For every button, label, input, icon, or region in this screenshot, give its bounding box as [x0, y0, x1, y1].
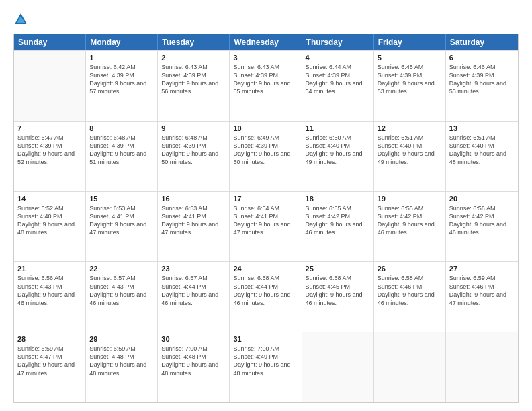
calendar-header-cell: Wednesday — [230, 34, 302, 50]
calendar-cell: 5Sunrise: 6:45 AMSunset: 4:39 PMDaylight… — [374, 51, 446, 121]
day-number: 24 — [233, 265, 298, 273]
day-number: 29 — [89, 335, 154, 343]
calendar-cell: 15Sunrise: 6:53 AMSunset: 4:41 PMDayligh… — [86, 192, 158, 262]
day-number: 27 — [449, 265, 515, 273]
day-number: 26 — [378, 265, 442, 273]
cell-info: Sunrise: 6:55 AMSunset: 4:42 PMDaylight:… — [306, 204, 370, 237]
calendar-cell: 25Sunrise: 6:58 AMSunset: 4:45 PMDayligh… — [302, 262, 374, 332]
calendar-header-row: SundayMondayTuesdayWednesdayThursdayFrid… — [14, 34, 518, 50]
day-number: 4 — [306, 54, 370, 62]
cell-info: Sunrise: 6:57 AMSunset: 4:43 PMDaylight:… — [89, 274, 154, 307]
calendar-cell: 26Sunrise: 6:58 AMSunset: 4:46 PMDayligh… — [374, 262, 446, 332]
cell-info: Sunrise: 6:55 AMSunset: 4:42 PMDaylight:… — [378, 204, 442, 237]
calendar-header-cell: Friday — [374, 34, 446, 50]
day-number: 21 — [17, 265, 82, 273]
calendar-cell — [14, 51, 86, 121]
day-number: 8 — [89, 124, 154, 132]
cell-info: Sunrise: 6:54 AMSunset: 4:41 PMDaylight:… — [233, 204, 298, 237]
cell-info: Sunrise: 6:58 AMSunset: 4:46 PMDaylight:… — [378, 274, 442, 307]
calendar-cell: 31Sunrise: 7:00 AMSunset: 4:49 PMDayligh… — [230, 332, 302, 402]
day-number: 25 — [306, 265, 370, 273]
calendar: SundayMondayTuesdayWednesdayThursdayFrid… — [13, 34, 519, 403]
calendar-cell: 22Sunrise: 6:57 AMSunset: 4:43 PMDayligh… — [86, 262, 158, 332]
calendar-cell: 19Sunrise: 6:55 AMSunset: 4:42 PMDayligh… — [374, 192, 446, 262]
cell-info: Sunrise: 6:56 AMSunset: 4:43 PMDaylight:… — [17, 274, 82, 307]
logo — [13, 12, 30, 27]
calendar-header-cell: Tuesday — [158, 34, 230, 50]
day-number: 11 — [306, 124, 370, 132]
calendar-cell: 14Sunrise: 6:52 AMSunset: 4:40 PMDayligh… — [14, 192, 86, 262]
calendar-cell: 21Sunrise: 6:56 AMSunset: 4:43 PMDayligh… — [14, 262, 86, 332]
calendar-header-cell: Monday — [86, 34, 158, 50]
cell-info: Sunrise: 6:49 AMSunset: 4:39 PMDaylight:… — [233, 134, 298, 167]
calendar-row: 14Sunrise: 6:52 AMSunset: 4:40 PMDayligh… — [14, 191, 518, 262]
cell-info: Sunrise: 6:43 AMSunset: 4:39 PMDaylight:… — [233, 63, 298, 96]
calendar-row: 1Sunrise: 6:42 AMSunset: 4:39 PMDaylight… — [14, 50, 518, 121]
calendar-cell: 29Sunrise: 6:59 AMSunset: 4:48 PMDayligh… — [86, 332, 158, 402]
cell-info: Sunrise: 6:43 AMSunset: 4:39 PMDaylight:… — [161, 63, 226, 96]
calendar-cell: 8Sunrise: 6:48 AMSunset: 4:39 PMDaylight… — [86, 122, 158, 191]
calendar-cell: 24Sunrise: 6:58 AMSunset: 4:44 PMDayligh… — [230, 262, 302, 332]
day-number: 7 — [17, 124, 82, 132]
cell-info: Sunrise: 6:48 AMSunset: 4:39 PMDaylight:… — [161, 134, 226, 167]
calendar-cell: 7Sunrise: 6:47 AMSunset: 4:39 PMDaylight… — [14, 122, 86, 191]
calendar-cell: 2Sunrise: 6:43 AMSunset: 4:39 PMDaylight… — [158, 51, 230, 121]
calendar-row: 28Sunrise: 6:59 AMSunset: 4:47 PMDayligh… — [14, 332, 518, 402]
cell-info: Sunrise: 6:59 AMSunset: 4:46 PMDaylight:… — [449, 274, 515, 307]
calendar-cell: 28Sunrise: 6:59 AMSunset: 4:47 PMDayligh… — [14, 332, 86, 402]
calendar-cell: 3Sunrise: 6:43 AMSunset: 4:39 PMDaylight… — [230, 51, 302, 121]
page: SundayMondayTuesdayWednesdayThursdayFrid… — [0, 0, 532, 411]
calendar-cell: 23Sunrise: 6:57 AMSunset: 4:44 PMDayligh… — [158, 262, 230, 332]
cell-info: Sunrise: 6:48 AMSunset: 4:39 PMDaylight:… — [89, 134, 154, 167]
cell-info: Sunrise: 6:59 AMSunset: 4:47 PMDaylight:… — [17, 345, 82, 377]
cell-info: Sunrise: 6:47 AMSunset: 4:39 PMDaylight:… — [17, 134, 82, 167]
cell-info: Sunrise: 6:53 AMSunset: 4:41 PMDaylight:… — [89, 204, 154, 237]
day-number: 3 — [233, 54, 298, 62]
logo-icon — [13, 12, 28, 27]
day-number: 6 — [449, 54, 515, 62]
cell-info: Sunrise: 6:46 AMSunset: 4:39 PMDaylight:… — [449, 63, 515, 96]
calendar-row: 21Sunrise: 6:56 AMSunset: 4:43 PMDayligh… — [14, 261, 518, 332]
day-number: 14 — [17, 195, 82, 203]
day-number: 5 — [378, 54, 442, 62]
calendar-cell — [302, 332, 374, 402]
day-number: 9 — [161, 124, 226, 132]
cell-info: Sunrise: 6:51 AMSunset: 4:40 PMDaylight:… — [378, 134, 442, 167]
calendar-cell: 20Sunrise: 6:56 AMSunset: 4:42 PMDayligh… — [446, 192, 518, 262]
calendar-cell: 30Sunrise: 7:00 AMSunset: 4:48 PMDayligh… — [158, 332, 230, 402]
calendar-body: 1Sunrise: 6:42 AMSunset: 4:39 PMDaylight… — [14, 50, 518, 402]
cell-info: Sunrise: 7:00 AMSunset: 4:49 PMDaylight:… — [233, 345, 298, 377]
day-number: 17 — [233, 195, 298, 203]
calendar-cell — [446, 332, 518, 402]
cell-info: Sunrise: 6:51 AMSunset: 4:40 PMDaylight:… — [449, 134, 515, 167]
calendar-cell: 1Sunrise: 6:42 AMSunset: 4:39 PMDaylight… — [86, 51, 158, 121]
cell-info: Sunrise: 6:44 AMSunset: 4:39 PMDaylight:… — [306, 63, 370, 96]
calendar-cell: 18Sunrise: 6:55 AMSunset: 4:42 PMDayligh… — [302, 192, 374, 262]
calendar-cell: 10Sunrise: 6:49 AMSunset: 4:39 PMDayligh… — [230, 122, 302, 191]
calendar-cell: 17Sunrise: 6:54 AMSunset: 4:41 PMDayligh… — [230, 192, 302, 262]
day-number: 15 — [89, 195, 154, 203]
day-number: 20 — [449, 195, 515, 203]
cell-info: Sunrise: 6:56 AMSunset: 4:42 PMDaylight:… — [449, 204, 515, 237]
calendar-row: 7Sunrise: 6:47 AMSunset: 4:39 PMDaylight… — [14, 121, 518, 191]
calendar-cell: 13Sunrise: 6:51 AMSunset: 4:40 PMDayligh… — [446, 122, 518, 191]
calendar-cell: 6Sunrise: 6:46 AMSunset: 4:39 PMDaylight… — [446, 51, 518, 121]
cell-info: Sunrise: 6:52 AMSunset: 4:40 PMDaylight:… — [17, 204, 82, 237]
day-number: 1 — [89, 54, 154, 62]
day-number: 13 — [449, 124, 515, 132]
day-number: 22 — [89, 265, 154, 273]
calendar-cell: 4Sunrise: 6:44 AMSunset: 4:39 PMDaylight… — [302, 51, 374, 121]
day-number: 10 — [233, 124, 298, 132]
day-number: 18 — [306, 195, 370, 203]
cell-info: Sunrise: 6:53 AMSunset: 4:41 PMDaylight:… — [161, 204, 226, 237]
day-number: 19 — [378, 195, 442, 203]
calendar-cell — [374, 332, 446, 402]
calendar-cell: 9Sunrise: 6:48 AMSunset: 4:39 PMDaylight… — [158, 122, 230, 191]
day-number: 28 — [17, 335, 82, 343]
calendar-header-cell: Thursday — [302, 34, 374, 50]
cell-info: Sunrise: 7:00 AMSunset: 4:48 PMDaylight:… — [161, 345, 226, 377]
cell-info: Sunrise: 6:50 AMSunset: 4:40 PMDaylight:… — [306, 134, 370, 167]
cell-info: Sunrise: 6:58 AMSunset: 4:45 PMDaylight:… — [306, 274, 370, 307]
day-number: 16 — [161, 195, 226, 203]
calendar-cell: 12Sunrise: 6:51 AMSunset: 4:40 PMDayligh… — [374, 122, 446, 191]
